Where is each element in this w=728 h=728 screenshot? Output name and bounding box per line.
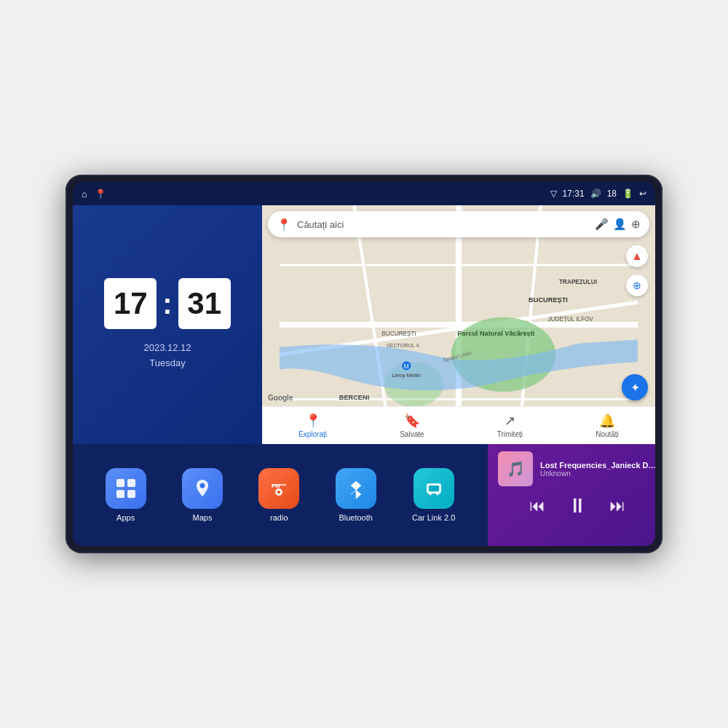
- tab-noutati-label: Noutăți: [596, 430, 619, 438]
- app-item-radio[interactable]: FM radio: [258, 468, 299, 522]
- bluetooth-icon: [336, 468, 376, 509]
- status-bar: ⌂ 📍 ▽ 17:31 🔊 18 🔋 ↩: [73, 182, 655, 205]
- clock-minutes: 31: [178, 278, 231, 329]
- music-player: 🎵 Lost Frequencies_Janieck Devy-... Unkn…: [488, 444, 655, 546]
- svg-point-32: [429, 492, 432, 495]
- svg-text:SECTORUL 4: SECTORUL 4: [387, 343, 419, 349]
- explore-icon: 📍: [305, 413, 321, 429]
- tab-salvate-label: Salvate: [400, 430, 424, 438]
- weekday-value: Tuesday: [143, 356, 191, 371]
- signal-icon: ▽: [550, 189, 557, 199]
- map-search-text: Căutați aici: [297, 219, 589, 230]
- status-time: 17:31: [563, 189, 585, 199]
- radio-label: radio: [270, 513, 288, 522]
- app-item-maps[interactable]: Maps: [182, 468, 223, 522]
- tab-explorati[interactable]: 📍 Explorați: [298, 413, 327, 438]
- radio-icon: FM: [258, 468, 299, 509]
- svg-rect-31: [429, 486, 439, 491]
- svg-point-28: [277, 491, 280, 494]
- date-display: 2023.12.12 Tuesday: [143, 341, 191, 371]
- news-icon: 🔔: [599, 413, 615, 429]
- screen: ⌂ 📍 ▽ 17:31 🔊 18 🔋 ↩ 17 : 31: [73, 182, 655, 546]
- clock-panel: 17 : 31 2023.12.12 Tuesday: [73, 205, 262, 444]
- layers-icon[interactable]: ⊕: [631, 218, 641, 231]
- app-item-apps[interactable]: Apps: [106, 468, 146, 522]
- map-location-button[interactable]: ▲: [626, 245, 648, 267]
- map-search-icons: 🎤 👤 ⊕: [595, 218, 641, 231]
- tab-salvate[interactable]: 🔖 Salvate: [400, 413, 424, 438]
- maps-label: Maps: [193, 513, 213, 522]
- saved-icon: 🔖: [404, 413, 420, 429]
- home-icon[interactable]: ⌂: [82, 189, 87, 199]
- svg-text:BUCUREȘTI: BUCUREȘTI: [529, 296, 568, 304]
- svg-text:Leroy Merlin: Leroy Merlin: [392, 373, 421, 379]
- album-art: 🎵: [498, 451, 533, 486]
- song-title: Lost Frequencies_Janieck Devy-...: [540, 461, 655, 470]
- status-left-icons: ⌂ 📍: [82, 189, 106, 199]
- album-art-placeholder: 🎵: [498, 451, 533, 486]
- svg-text:M: M: [404, 363, 409, 370]
- clock-display: 17 : 31: [104, 278, 230, 329]
- play-pause-button[interactable]: ⏸: [567, 494, 587, 518]
- battery-icon: 🔋: [622, 189, 633, 199]
- clock-colon: :: [162, 289, 172, 318]
- song-artist: Unknown: [540, 470, 655, 478]
- carlink-label: Car Link 2.0: [412, 513, 455, 522]
- svg-text:JUDEȚUL ILFOV: JUDEȚUL ILFOV: [548, 316, 594, 323]
- maps-icon: [182, 468, 223, 509]
- map-compass[interactable]: ⊕: [626, 274, 648, 296]
- tab-noutati[interactable]: 🔔 Noutăți: [596, 413, 619, 438]
- battery-level: 18: [607, 189, 617, 199]
- svg-text:FM: FM: [272, 483, 280, 489]
- mic-icon[interactable]: 🎤: [595, 218, 609, 231]
- apps-icon: [106, 468, 146, 509]
- main-content: 17 : 31 2023.12.12 Tuesday: [73, 205, 655, 546]
- svg-rect-23: [116, 490, 124, 498]
- prev-button[interactable]: ⏮: [529, 496, 545, 515]
- back-icon[interactable]: ↩: [639, 189, 646, 199]
- map-nav-button[interactable]: ✦: [622, 374, 648, 400]
- svg-text:Parcul Natural Văcărești: Parcul Natural Văcărești: [457, 330, 534, 337]
- svg-rect-22: [127, 479, 135, 487]
- map-bottom-tabs: 📍 Explorați 🔖 Salvate ↗ Trimiteți 🔔: [262, 406, 655, 444]
- volume-icon: 🔊: [590, 189, 601, 199]
- svg-text:BERCENI: BERCENI: [339, 394, 370, 401]
- bluetooth-label: Bluetooth: [339, 513, 372, 522]
- map-search-bar[interactable]: 📍 Căutați aici 🎤 👤 ⊕: [268, 211, 649, 237]
- next-button[interactable]: ⏭: [609, 496, 625, 515]
- tab-trimiteti[interactable]: ↗ Trimiteți: [497, 413, 523, 438]
- music-controls: ⏮ ⏸ ⏭: [498, 494, 655, 518]
- map-panel[interactable]: Parcul Natural Văcărești BUCUREȘTI JUDEȚ…: [262, 205, 655, 444]
- app-item-carlink[interactable]: Car Link 2.0: [412, 468, 455, 522]
- bottom-section: Apps Maps: [73, 444, 655, 546]
- map-pin-icon: 📍: [277, 218, 291, 232]
- maps-nav-icon[interactable]: 📍: [95, 189, 106, 199]
- clock-hours: 17: [104, 278, 157, 329]
- google-logo: Google: [268, 394, 293, 402]
- status-right-info: ▽ 17:31 🔊 18 🔋 ↩: [550, 189, 646, 199]
- date-value: 2023.12.12: [143, 341, 191, 356]
- svg-point-25: [199, 483, 205, 488]
- svg-rect-21: [116, 479, 124, 487]
- svg-point-33: [436, 492, 439, 495]
- apps-label: Apps: [116, 513, 135, 522]
- tab-explorati-label: Explorați: [298, 430, 327, 438]
- svg-rect-24: [127, 490, 135, 498]
- app-item-bluetooth[interactable]: Bluetooth: [336, 468, 376, 522]
- tab-trimiteti-label: Trimiteți: [497, 430, 523, 438]
- svg-text:BUCUREȘTI: BUCUREȘTI: [381, 331, 416, 337]
- device-shell: ⌂ 📍 ▽ 17:31 🔊 18 🔋 ↩ 17 : 31: [66, 175, 662, 553]
- music-info: 🎵 Lost Frequencies_Janieck Devy-... Unkn…: [498, 451, 655, 486]
- top-section: 17 : 31 2023.12.12 Tuesday: [73, 205, 655, 444]
- music-text: Lost Frequencies_Janieck Devy-... Unknow…: [540, 461, 655, 478]
- share-icon: ↗: [505, 413, 515, 429]
- svg-text:TRAPEZULUI: TRAPEZULUI: [559, 279, 597, 285]
- carlink-icon: [414, 468, 454, 509]
- apps-dock: Apps Maps: [73, 444, 488, 546]
- account-icon[interactable]: 👤: [613, 218, 627, 231]
